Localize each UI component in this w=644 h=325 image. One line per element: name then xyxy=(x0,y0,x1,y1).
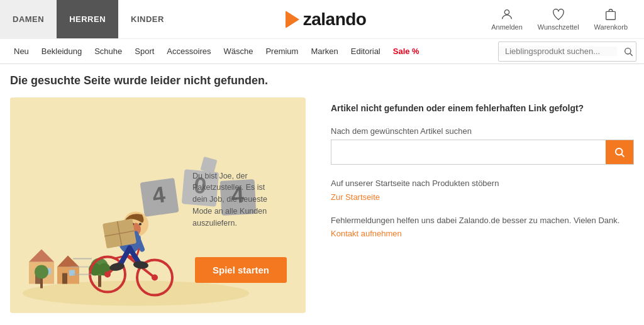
svg-point-19 xyxy=(35,265,48,279)
subnav-neu[interactable]: Neu xyxy=(8,39,35,63)
main-content: Die gesuchte Seite wurde leider nicht ge… xyxy=(0,64,644,323)
svg-rect-12 xyxy=(62,273,67,284)
article-search-box xyxy=(331,140,634,165)
article-search-input[interactable] xyxy=(331,140,606,164)
svg-rect-10 xyxy=(57,267,79,284)
svg-point-43 xyxy=(139,223,142,226)
svg-point-57 xyxy=(616,148,623,155)
subnav-premium[interactable]: Premium xyxy=(259,39,304,63)
wunschzettel-label: Wunschzettel xyxy=(538,23,579,31)
warenkorb-button[interactable]: Warenkorb xyxy=(588,5,634,33)
feedback-description: Fehlermeldungen helfen uns dabei Zalando… xyxy=(331,214,634,227)
anmelden-label: Anmelden xyxy=(491,23,523,31)
bag-icon xyxy=(604,8,618,21)
zalando-logo[interactable]: zalando xyxy=(286,9,367,30)
tab-herren[interactable]: HERREN xyxy=(57,0,118,38)
logo-icon xyxy=(286,11,299,28)
search-button[interactable] xyxy=(617,47,636,57)
svg-point-0 xyxy=(504,10,509,14)
heart-icon xyxy=(552,8,565,21)
main-nav-tabs: DAMEN HERREN KINDER xyxy=(0,0,177,38)
illustration-panel: 4 0 4 xyxy=(10,97,306,313)
subnav-sale[interactable]: Sale % xyxy=(387,39,426,63)
page-title: Die gesuchte Seite wurde leider nicht ge… xyxy=(10,74,634,87)
startseite-section: Auf unserer Startseite nach Produkten st… xyxy=(331,177,634,202)
header: DAMEN HERREN KINDER zalando Anmelden xyxy=(0,0,644,64)
logo-text: zalando xyxy=(303,9,367,30)
sub-nav: Neu Bekleidung Schuhe Sport Accessoires … xyxy=(0,38,644,63)
svg-line-3 xyxy=(630,53,633,56)
search-label: Nach dem gewünschten Artikel suchen xyxy=(331,125,634,138)
search-input[interactable] xyxy=(499,47,617,56)
right-panel: Artikel nicht gefunden oder einem fehler… xyxy=(331,97,634,313)
svg-point-5 xyxy=(23,281,249,306)
person-icon xyxy=(500,8,514,21)
subnav-accessoires[interactable]: Accessoires xyxy=(160,39,217,63)
article-search-section: Nach dem gewünschten Artikel suchen xyxy=(331,125,634,165)
subnav-marken[interactable]: Marken xyxy=(304,39,344,63)
kontakt-section: Fehlermeldungen helfen uns dabei Zalando… xyxy=(331,214,634,239)
game-description-text: Du bist Joe, der Paketzusteller. Es ist … xyxy=(192,170,274,229)
search-icon xyxy=(623,47,633,57)
subnav-sport[interactable]: Sport xyxy=(128,39,160,63)
top-nav: DAMEN HERREN KINDER zalando Anmelden xyxy=(0,0,644,38)
subnav-bekleidung[interactable]: Bekleidung xyxy=(35,39,88,63)
subnav-waesche[interactable]: Wäsche xyxy=(217,39,259,63)
subnav-editorial[interactable]: Editorial xyxy=(345,39,387,63)
startseite-description: Auf unserer Startseite nach Produkten st… xyxy=(331,177,634,190)
warenkorb-label: Warenkorb xyxy=(594,23,628,31)
search-icon xyxy=(614,146,625,158)
article-search-button[interactable] xyxy=(606,140,633,164)
startseite-link[interactable]: Zur Startseite xyxy=(331,192,380,202)
logo-area: zalando xyxy=(177,0,475,38)
svg-rect-1 xyxy=(606,11,616,19)
tab-kinder[interactable]: KINDER xyxy=(118,0,177,38)
spiel-starten-button[interactable]: Spiel starten xyxy=(195,257,287,283)
kontakt-link[interactable]: Kontakt aufnehmen xyxy=(331,229,402,238)
content-area: 4 0 4 xyxy=(10,97,634,313)
svg-line-58 xyxy=(621,154,624,157)
tab-damen[interactable]: DAMEN xyxy=(0,0,57,38)
subnav-schuhe[interactable]: Schuhe xyxy=(88,39,128,63)
anmelden-button[interactable]: Anmelden xyxy=(485,5,529,33)
wunschzettel-button[interactable]: Wunschzettel xyxy=(531,5,586,33)
error-heading: Artikel nicht gefunden oder einem fehler… xyxy=(331,102,634,115)
header-icons: Anmelden Wunschzettel Warenkorb xyxy=(475,0,644,38)
search-box xyxy=(498,41,636,62)
svg-point-2 xyxy=(625,48,631,53)
